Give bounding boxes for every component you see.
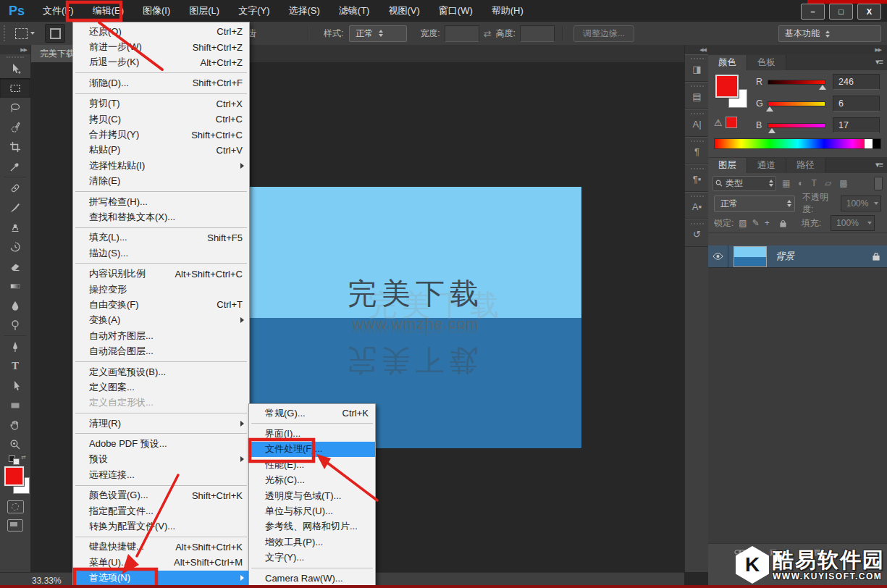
- screen-mode-icon[interactable]: [7, 519, 23, 532]
- lock-all-icon[interactable]: [780, 219, 786, 227]
- menu-item[interactable]: 颜色设置(G)... Shift+Ctrl+K: [73, 488, 249, 503]
- blue-slider-thumb[interactable]: [768, 128, 775, 133]
- blur-tool[interactable]: [0, 295, 30, 315]
- lock-position-icon[interactable]: +: [765, 218, 770, 228]
- eraser-tool[interactable]: [0, 256, 30, 276]
- menu-file[interactable]: 文件(F): [33, 0, 83, 22]
- menu-item[interactable]: 定义画笔预设(B)...: [73, 364, 249, 379]
- swap-colors-icon[interactable]: ⇄: [0, 454, 30, 464]
- menu-item[interactable]: 前进一步(W) Shift+Ctrl+Z: [73, 39, 249, 54]
- green-slider-thumb[interactable]: [766, 106, 773, 112]
- submenu-item[interactable]: 文件处理(F)...: [249, 442, 375, 457]
- menu-item[interactable]: 转换为配置文件(V)...: [73, 518, 249, 534]
- path-selection-tool[interactable]: [0, 376, 30, 395]
- menu-item[interactable]: 内容识别比例 Alt+Shift+Ctrl+C: [73, 266, 249, 281]
- white-swatch[interactable]: [865, 139, 873, 148]
- menu-item[interactable]: 后退一步(K) Alt+Ctrl+Z: [73, 55, 249, 70]
- hand-tool[interactable]: [0, 415, 30, 434]
- filter-type-icon[interactable]: T: [812, 178, 817, 188]
- menu-item[interactable]: 还原(O) Ctrl+Z: [73, 24, 249, 39]
- red-slider[interactable]: [768, 80, 825, 85]
- menu-item[interactable]: 首选项(N): [73, 571, 249, 586]
- opacity-select[interactable]: 100%: [841, 196, 881, 211]
- tab-paths[interactable]: 路径: [786, 158, 825, 173]
- move-tool[interactable]: [0, 59, 30, 78]
- red-slider-thumb[interactable]: [819, 85, 826, 90]
- layer-thumbnail[interactable]: [733, 246, 767, 267]
- panel-menu-icon[interactable]: ▾≡: [875, 160, 883, 169]
- character-styles-panel-icon[interactable]: A▪: [685, 192, 709, 219]
- fill-select[interactable]: 100%: [831, 215, 875, 231]
- tab-color[interactable]: 颜色: [708, 55, 747, 70]
- workspace-select[interactable]: 基本功能: [778, 25, 881, 42]
- menu-item[interactable]: 菜单(U)... Alt+Shift+Ctrl+M: [73, 555, 249, 570]
- menu-item[interactable]: 指定配置文件...: [73, 503, 249, 518]
- toolbar-expand-icon[interactable]: ▶▶: [0, 45, 30, 54]
- layer-row-background[interactable]: 背景: [708, 245, 887, 268]
- pen-tool[interactable]: [0, 337, 30, 356]
- shape-tool[interactable]: [0, 395, 30, 415]
- blend-mode-select[interactable]: 正常: [714, 196, 795, 212]
- menu-item[interactable]: 查找和替换文本(X)...: [73, 209, 249, 224]
- filter-shape-icon[interactable]: ▱: [825, 178, 831, 188]
- paragraph-styles-panel-icon[interactable]: ¶▪: [685, 164, 709, 192]
- submenu-item[interactable]: 性能(E)...: [249, 457, 375, 472]
- marquee-tool-preset-icon[interactable]: [15, 28, 28, 39]
- menu-filter[interactable]: 滤镜(T): [329, 0, 379, 22]
- tab-swatches[interactable]: 色板: [747, 55, 786, 70]
- panel-menu-icon[interactable]: ▾≡: [875, 57, 883, 67]
- clone-source-panel-icon[interactable]: ▤: [685, 82, 709, 109]
- menu-item[interactable]: 拷贝(C) Ctrl+C: [73, 112, 249, 127]
- submenu-item[interactable]: 透明度与色域(T)...: [249, 488, 375, 503]
- menu-item[interactable]: 渐隐(D)... Shift+Ctrl+F: [73, 75, 249, 91]
- refine-edge-button[interactable]: 调整边缘...: [573, 25, 634, 42]
- menu-help[interactable]: 帮助(H): [482, 0, 533, 22]
- submenu-item[interactable]: 界面(I)...: [249, 426, 375, 441]
- height-input[interactable]: [520, 25, 555, 42]
- menu-item[interactable]: 剪切(T) Ctrl+X: [73, 96, 249, 112]
- menu-item[interactable]: 自动对齐图层...: [73, 328, 249, 343]
- blue-slider[interactable]: [768, 123, 825, 128]
- menu-item[interactable]: 操控变形: [73, 282, 249, 297]
- menu-item[interactable]: 填充(L)... Shift+F5: [73, 230, 249, 245]
- menu-type[interactable]: 文字(Y): [229, 0, 279, 22]
- tab-layers[interactable]: 图层: [708, 158, 747, 173]
- menu-item[interactable]: 自动混合图层...: [73, 343, 249, 358]
- filter-toggle[interactable]: [874, 177, 883, 190]
- crop-tool[interactable]: [0, 137, 30, 156]
- tab-channels[interactable]: 通道: [747, 158, 786, 173]
- menu-item[interactable]: 清理(R): [73, 416, 249, 431]
- quick-mask-mode-icon[interactable]: [7, 500, 24, 513]
- menu-window[interactable]: 窗口(W): [429, 0, 482, 22]
- dodge-tool[interactable]: [0, 315, 30, 335]
- swap-dimensions-icon[interactable]: ⇄: [484, 28, 492, 39]
- new-selection-button[interactable]: [45, 24, 65, 43]
- menu-item[interactable]: 清除(E): [73, 174, 249, 189]
- filter-smart-object-icon[interactable]: ▩: [839, 178, 847, 188]
- menu-item[interactable]: 定义自定形状...: [73, 395, 249, 411]
- menu-item[interactable]: 拼写检查(H)...: [73, 194, 249, 209]
- paragraph-panel-icon[interactable]: ¶: [685, 137, 709, 164]
- dock-expand-icon[interactable]: ▶▶: [708, 45, 887, 54]
- type-tool[interactable]: T: [0, 356, 30, 376]
- zoom-tool[interactable]: [0, 434, 30, 454]
- submenu-item[interactable]: Camera Raw(W)...: [249, 571, 375, 586]
- blue-value[interactable]: 17: [833, 117, 880, 133]
- brush-tool[interactable]: [0, 198, 30, 217]
- menu-view[interactable]: 视图(V): [379, 0, 429, 22]
- submenu-item[interactable]: 增效工具(P)...: [249, 534, 375, 550]
- menu-item[interactable]: 粘贴(P) Ctrl+V: [73, 143, 249, 158]
- warning-icon[interactable]: ⚠: [714, 117, 723, 128]
- foreground-color-swatch[interactable]: [715, 75, 739, 98]
- style-select[interactable]: 正常: [349, 25, 407, 42]
- rectangular-marquee-tool[interactable]: [0, 78, 30, 98]
- eyedropper-tool[interactable]: [0, 156, 30, 176]
- green-slider[interactable]: [768, 101, 825, 106]
- gradient-tool[interactable]: [0, 276, 30, 295]
- menu-select[interactable]: 选择(S): [279, 0, 329, 22]
- submenu-item[interactable]: 参考线、网格和切片...: [249, 519, 375, 534]
- lasso-tool[interactable]: [0, 98, 30, 117]
- close-button[interactable]: X: [857, 4, 881, 20]
- history-brush-tool[interactable]: [0, 237, 30, 256]
- menu-layer[interactable]: 图层(L): [180, 0, 229, 22]
